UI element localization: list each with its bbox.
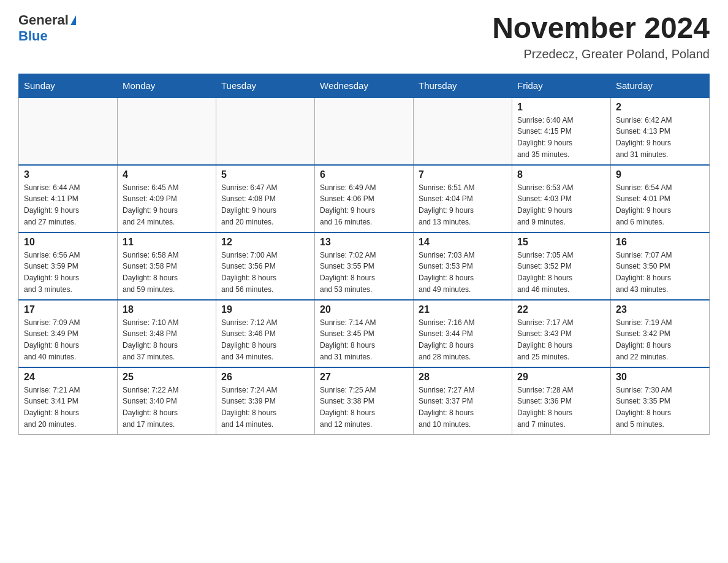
page-header: General Blue November 2024 Przedecz, Gre… <box>18 12 710 61</box>
calendar-cell: 4Sunrise: 6:45 AM Sunset: 4:09 PM Daylig… <box>118 165 216 232</box>
day-info: Sunrise: 7:07 AM Sunset: 3:50 PM Dayligh… <box>616 250 704 295</box>
day-info: Sunrise: 7:21 AM Sunset: 3:41 PM Dayligh… <box>24 385 112 430</box>
day-info: Sunrise: 6:47 AM Sunset: 4:08 PM Dayligh… <box>221 182 309 228</box>
day-number: 8 <box>517 169 605 180</box>
calendar-week-2: 3Sunrise: 6:44 AM Sunset: 4:11 PM Daylig… <box>19 165 710 232</box>
weekday-header-thursday: Thursday <box>414 74 512 98</box>
calendar-week-4: 17Sunrise: 7:09 AM Sunset: 3:49 PM Dayli… <box>19 300 710 367</box>
day-info: Sunrise: 7:28 AM Sunset: 3:36 PM Dayligh… <box>517 385 605 430</box>
calendar-week-5: 24Sunrise: 7:21 AM Sunset: 3:41 PM Dayli… <box>19 367 710 435</box>
day-number: 25 <box>123 372 211 383</box>
day-number: 16 <box>616 237 704 248</box>
calendar-cell: 11Sunrise: 6:58 AM Sunset: 3:58 PM Dayli… <box>118 232 216 300</box>
day-info: Sunrise: 6:51 AM Sunset: 4:04 PM Dayligh… <box>419 182 507 228</box>
calendar-cell: 28Sunrise: 7:27 AM Sunset: 3:37 PM Dayli… <box>414 367 512 435</box>
day-info: Sunrise: 7:05 AM Sunset: 3:52 PM Dayligh… <box>517 250 605 295</box>
day-info: Sunrise: 7:12 AM Sunset: 3:46 PM Dayligh… <box>221 317 309 362</box>
day-info: Sunrise: 6:40 AM Sunset: 4:15 PM Dayligh… <box>517 115 605 160</box>
calendar-cell: 6Sunrise: 6:49 AM Sunset: 4:06 PM Daylig… <box>315 165 414 232</box>
day-info: Sunrise: 7:24 AM Sunset: 3:39 PM Dayligh… <box>221 385 309 430</box>
calendar-cell: 3Sunrise: 6:44 AM Sunset: 4:11 PM Daylig… <box>19 165 118 232</box>
calendar-cell: 9Sunrise: 6:54 AM Sunset: 4:01 PM Daylig… <box>611 165 710 232</box>
day-info: Sunrise: 6:53 AM Sunset: 4:03 PM Dayligh… <box>517 182 605 228</box>
day-info: Sunrise: 7:02 AM Sunset: 3:55 PM Dayligh… <box>320 250 408 295</box>
day-info: Sunrise: 7:19 AM Sunset: 3:42 PM Dayligh… <box>616 317 704 362</box>
day-number: 28 <box>419 372 507 383</box>
day-info: Sunrise: 7:25 AM Sunset: 3:38 PM Dayligh… <box>320 385 408 430</box>
calendar-cell: 12Sunrise: 7:00 AM Sunset: 3:56 PM Dayli… <box>216 232 315 300</box>
logo-general-text: General <box>18 12 69 28</box>
calendar-cell: 21Sunrise: 7:16 AM Sunset: 3:44 PM Dayli… <box>414 300 512 367</box>
weekday-header-sunday: Sunday <box>19 74 118 98</box>
day-number: 2 <box>616 102 704 113</box>
day-number: 3 <box>24 169 112 180</box>
calendar-cell: 25Sunrise: 7:22 AM Sunset: 3:40 PM Dayli… <box>118 367 216 435</box>
day-number: 4 <box>123 169 211 180</box>
calendar-cell: 23Sunrise: 7:19 AM Sunset: 3:42 PM Dayli… <box>611 300 710 367</box>
day-number: 11 <box>123 237 211 248</box>
calendar-cell <box>414 98 512 165</box>
calendar-cell: 17Sunrise: 7:09 AM Sunset: 3:49 PM Dayli… <box>19 300 118 367</box>
calendar-cell: 16Sunrise: 7:07 AM Sunset: 3:50 PM Dayli… <box>611 232 710 300</box>
weekday-header-monday: Monday <box>118 74 216 98</box>
calendar-cell: 15Sunrise: 7:05 AM Sunset: 3:52 PM Dayli… <box>512 232 611 300</box>
logo-triangle-icon <box>70 15 76 25</box>
day-number: 18 <box>123 304 211 315</box>
day-number: 9 <box>616 169 704 180</box>
day-number: 23 <box>616 304 704 315</box>
day-number: 6 <box>320 169 408 180</box>
calendar-cell: 1Sunrise: 6:40 AM Sunset: 4:15 PM Daylig… <box>512 98 611 165</box>
day-number: 27 <box>320 372 408 383</box>
day-info: Sunrise: 6:45 AM Sunset: 4:09 PM Dayligh… <box>123 182 211 228</box>
day-number: 13 <box>320 237 408 248</box>
day-number: 15 <box>517 237 605 248</box>
calendar-cell: 20Sunrise: 7:14 AM Sunset: 3:45 PM Dayli… <box>315 300 414 367</box>
calendar-cell <box>19 98 118 165</box>
title-section: November 2024 Przedecz, Greater Poland, … <box>492 12 710 61</box>
calendar-cell: 5Sunrise: 6:47 AM Sunset: 4:08 PM Daylig… <box>216 165 315 232</box>
day-number: 10 <box>24 237 112 248</box>
calendar-table: SundayMondayTuesdayWednesdayThursdayFrid… <box>18 74 710 435</box>
calendar-cell: 30Sunrise: 7:30 AM Sunset: 3:35 PM Dayli… <box>611 367 710 435</box>
calendar-week-3: 10Sunrise: 6:56 AM Sunset: 3:59 PM Dayli… <box>19 232 710 300</box>
day-number: 21 <box>419 304 507 315</box>
day-number: 22 <box>517 304 605 315</box>
day-number: 5 <box>221 169 309 180</box>
calendar-cell: 13Sunrise: 7:02 AM Sunset: 3:55 PM Dayli… <box>315 232 414 300</box>
day-number: 30 <box>616 372 704 383</box>
calendar-cell: 14Sunrise: 7:03 AM Sunset: 3:53 PM Dayli… <box>414 232 512 300</box>
calendar-cell: 7Sunrise: 6:51 AM Sunset: 4:04 PM Daylig… <box>414 165 512 232</box>
day-info: Sunrise: 7:10 AM Sunset: 3:48 PM Dayligh… <box>123 317 211 362</box>
day-number: 1 <box>517 102 605 113</box>
calendar-cell: 27Sunrise: 7:25 AM Sunset: 3:38 PM Dayli… <box>315 367 414 435</box>
calendar-cell: 2Sunrise: 6:42 AM Sunset: 4:13 PM Daylig… <box>611 98 710 165</box>
day-info: Sunrise: 7:14 AM Sunset: 3:45 PM Dayligh… <box>320 317 408 362</box>
day-info: Sunrise: 7:16 AM Sunset: 3:44 PM Dayligh… <box>419 317 507 362</box>
day-info: Sunrise: 7:22 AM Sunset: 3:40 PM Dayligh… <box>123 385 211 430</box>
day-number: 7 <box>419 169 507 180</box>
calendar-cell: 24Sunrise: 7:21 AM Sunset: 3:41 PM Dayli… <box>19 367 118 435</box>
location-title: Przedecz, Greater Poland, Poland <box>492 47 710 61</box>
calendar-cell: 26Sunrise: 7:24 AM Sunset: 3:39 PM Dayli… <box>216 367 315 435</box>
logo-blue-text: Blue <box>18 28 48 44</box>
day-info: Sunrise: 6:56 AM Sunset: 3:59 PM Dayligh… <box>24 250 112 295</box>
day-info: Sunrise: 6:58 AM Sunset: 3:58 PM Dayligh… <box>123 250 211 295</box>
day-info: Sunrise: 6:44 AM Sunset: 4:11 PM Dayligh… <box>24 182 112 228</box>
calendar-cell <box>118 98 216 165</box>
weekday-header-tuesday: Tuesday <box>216 74 315 98</box>
day-number: 12 <box>221 237 309 248</box>
weekday-header-wednesday: Wednesday <box>315 74 414 98</box>
day-info: Sunrise: 6:49 AM Sunset: 4:06 PM Dayligh… <box>320 182 408 228</box>
day-info: Sunrise: 7:17 AM Sunset: 3:43 PM Dayligh… <box>517 317 605 362</box>
day-number: 17 <box>24 304 112 315</box>
calendar-cell <box>216 98 315 165</box>
day-info: Sunrise: 7:00 AM Sunset: 3:56 PM Dayligh… <box>221 250 309 295</box>
day-info: Sunrise: 6:42 AM Sunset: 4:13 PM Dayligh… <box>616 115 704 160</box>
calendar-cell <box>315 98 414 165</box>
day-info: Sunrise: 6:54 AM Sunset: 4:01 PM Dayligh… <box>616 182 704 228</box>
weekday-header-row: SundayMondayTuesdayWednesdayThursdayFrid… <box>19 74 710 98</box>
day-number: 19 <box>221 304 309 315</box>
calendar-cell: 29Sunrise: 7:28 AM Sunset: 3:36 PM Dayli… <box>512 367 611 435</box>
calendar-cell: 18Sunrise: 7:10 AM Sunset: 3:48 PM Dayli… <box>118 300 216 367</box>
day-number: 20 <box>320 304 408 315</box>
